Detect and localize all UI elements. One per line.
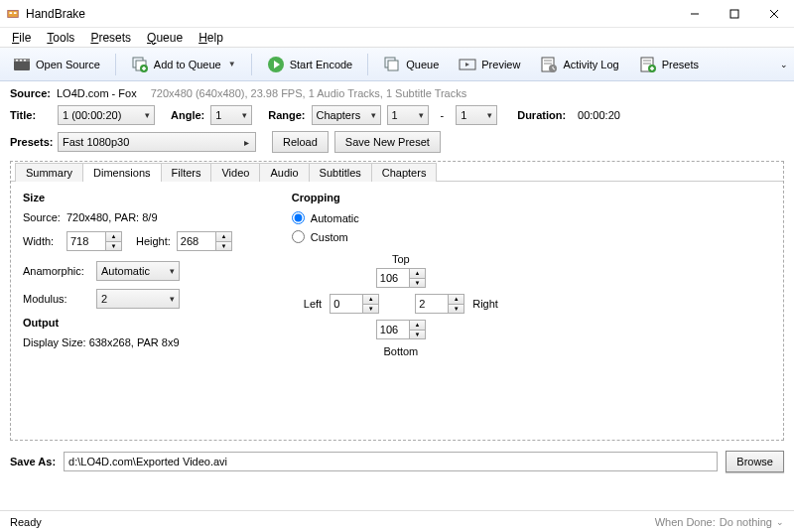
activity-log-button[interactable]: Activity Log <box>533 52 625 77</box>
crop-left-stepper[interactable]: ▲▼ <box>330 294 379 314</box>
tab-filters[interactable]: Filters <box>161 163 212 182</box>
width-stepper[interactable]: ▲▼ <box>66 231 122 251</box>
toolbar-separator <box>367 54 368 75</box>
title-select[interactable]: 1 (00:00:20) <box>58 105 155 125</box>
maximize-button[interactable] <box>715 0 754 28</box>
tab-audio[interactable]: Audio <box>259 163 309 182</box>
crop-top-label: Top <box>392 253 410 265</box>
preset-select[interactable]: Fast 1080p30 <box>58 132 256 152</box>
minimize-button[interactable] <box>675 0 715 28</box>
status-text: Ready <box>10 516 42 528</box>
close-button[interactable] <box>754 0 794 28</box>
crop-right-input[interactable] <box>415 294 449 314</box>
cropping-custom-label: Custom <box>311 231 348 243</box>
queue-button[interactable]: Queue <box>376 52 446 77</box>
modulus-select[interactable]: 2 <box>96 289 180 309</box>
spin-up-icon[interactable]: ▲ <box>363 295 378 305</box>
open-source-button[interactable]: Open Source <box>6 52 107 77</box>
title-label: Title: <box>10 109 52 121</box>
svg-rect-20 <box>388 61 398 70</box>
menu-help[interactable]: Help <box>191 29 231 47</box>
tab-chapters[interactable]: Chapters <box>371 163 438 182</box>
duration-label: Duration: <box>517 109 566 121</box>
svg-rect-11 <box>24 60 26 62</box>
spin-up-icon[interactable]: ▲ <box>216 232 231 242</box>
angle-select[interactable]: 1 <box>210 105 252 125</box>
save-as-row: Save As: Browse <box>0 445 794 478</box>
height-label: Height: <box>136 235 171 247</box>
cropping-custom-radio[interactable] <box>292 230 305 243</box>
save-new-preset-button[interactable]: Save New Preset <box>334 131 441 153</box>
spin-down-icon[interactable]: ▼ <box>410 331 425 339</box>
angle-label: Angle: <box>171 109 204 121</box>
tab-dimensions[interactable]: Dimensions <box>82 163 161 182</box>
tab-body-dimensions: Size Source: 720x480, PAR: 8/9 Width: ▲▼… <box>11 182 783 440</box>
range-type-select[interactable]: Chapters <box>312 105 381 125</box>
spin-down-icon[interactable]: ▼ <box>449 305 463 314</box>
crop-left-input[interactable] <box>330 294 363 314</box>
dropdown-arrow-icon[interactable]: ▼ <box>228 60 236 68</box>
source-info: 720x480 (640x480), 23.98 FPS, 1 Audio Tr… <box>151 87 467 99</box>
toolbar-overflow-icon[interactable]: ⌄ <box>780 60 788 69</box>
spin-down-icon[interactable]: ▼ <box>216 242 231 251</box>
spin-down-icon[interactable]: ▼ <box>410 279 425 288</box>
height-input[interactable] <box>177 231 216 251</box>
svg-rect-4 <box>730 10 738 18</box>
when-done-dropdown-icon[interactable]: ⌄ <box>776 517 784 527</box>
cropping-automatic-radio[interactable] <box>292 211 305 224</box>
preview-button[interactable]: Preview <box>452 52 527 77</box>
spin-down-icon[interactable]: ▼ <box>106 242 121 251</box>
tab-strip: Summary Dimensions Filters Video Audio S… <box>11 162 783 182</box>
range-label: Range: <box>268 109 305 121</box>
menu-queue[interactable]: Queue <box>139 29 191 47</box>
spin-up-icon[interactable]: ▲ <box>410 269 425 279</box>
tab-video[interactable]: Video <box>210 163 260 182</box>
save-as-input[interactable] <box>64 452 718 471</box>
range-from-select[interactable]: 1 <box>387 105 429 125</box>
crop-bottom-label: Bottom <box>383 345 418 357</box>
start-encode-button[interactable]: Start Encode <box>260 52 360 77</box>
source-label: Source: <box>10 87 51 99</box>
spin-up-icon[interactable]: ▲ <box>410 321 425 331</box>
size-heading: Size <box>23 192 232 203</box>
start-encode-label: Start Encode <box>290 59 353 70</box>
spin-down-icon[interactable]: ▼ <box>363 305 378 314</box>
menu-file[interactable]: File <box>4 29 39 47</box>
source-row: Source: LO4D.com - Fox 720x480 (640x480)… <box>10 87 784 99</box>
spin-up-icon[interactable]: ▲ <box>106 232 121 242</box>
cropping-heading: Cropping <box>292 192 510 203</box>
height-stepper[interactable]: ▲▼ <box>177 231 232 251</box>
tab-summary[interactable]: Summary <box>15 163 83 182</box>
toolbar-separator <box>251 54 252 75</box>
toolbar: Open Source Add to Queue ▼ Start Encode … <box>0 48 794 81</box>
modulus-label: Modulus: <box>23 293 90 305</box>
crop-right-label: Right <box>472 298 498 310</box>
range-to-select[interactable]: 1 <box>456 105 497 125</box>
anamorphic-select[interactable]: Automatic <box>96 261 180 281</box>
presets-button[interactable]: Presets <box>632 52 706 77</box>
menu-presets[interactable]: Presets <box>82 29 139 47</box>
toolbar-separator <box>115 54 116 75</box>
menu-tools[interactable]: Tools <box>39 29 82 47</box>
crop-top-stepper[interactable]: ▲▼ <box>376 268 426 288</box>
crop-right-stepper[interactable]: ▲▼ <box>415 294 464 314</box>
preview-label: Preview <box>481 59 520 70</box>
crop-top-input[interactable] <box>376 268 410 288</box>
width-input[interactable] <box>66 231 106 251</box>
svg-rect-0 <box>8 10 19 17</box>
title-bar: HandBrake <box>0 0 794 28</box>
display-size-value: Display Size: 638x268, PAR 8x9 <box>23 336 180 348</box>
crop-bottom-input[interactable] <box>376 320 410 339</box>
crop-bottom-stepper[interactable]: ▲▼ <box>376 320 426 339</box>
anamorphic-label: Anamorphic: <box>23 265 90 277</box>
app-icon <box>6 7 20 21</box>
spin-up-icon[interactable]: ▲ <box>449 295 463 305</box>
svg-rect-1 <box>10 12 13 14</box>
source-size-label: Source: <box>23 211 61 223</box>
browse-button[interactable]: Browse <box>726 451 784 472</box>
reload-button[interactable]: Reload <box>272 131 329 153</box>
play-icon <box>267 56 285 73</box>
tab-subtitles[interactable]: Subtitles <box>309 163 372 182</box>
add-to-queue-button[interactable]: Add to Queue ▼ <box>124 52 243 77</box>
range-separator: - <box>435 109 451 121</box>
